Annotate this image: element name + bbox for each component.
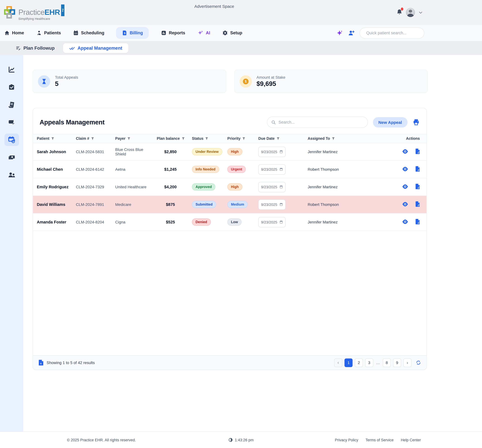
column-header-patient[interactable]: Patient bbox=[33, 134, 72, 143]
sidebar-item-patients[interactable] bbox=[4, 169, 19, 181]
filter-icon bbox=[205, 137, 209, 140]
claim-number: CLM-2024-6142 bbox=[76, 167, 104, 172]
edit-document-icon bbox=[415, 148, 420, 154]
page-button-3[interactable]: 3 bbox=[365, 358, 373, 367]
sidebar-item-receipts[interactable] bbox=[4, 98, 19, 111]
tab-appeal-management[interactable]: Appeal Management bbox=[63, 43, 129, 53]
table-row[interactable]: David Williams CLM-2024-7891 Medicare $8… bbox=[33, 196, 426, 213]
sidebar-item-payments-card[interactable] bbox=[4, 116, 19, 128]
view-appeal-button[interactable] bbox=[402, 219, 408, 225]
table-row[interactable]: Amanda Foster CLM-2024-8204 Cigna $525 D… bbox=[33, 213, 426, 231]
plan-balance: $1,245 bbox=[164, 167, 177, 172]
sidebar-item-appeal-management[interactable] bbox=[4, 134, 19, 146]
appeals-calendar-refresh-icon bbox=[8, 136, 16, 144]
page-button-2[interactable]: 2 bbox=[355, 358, 363, 367]
tab-label: Appeal Management bbox=[78, 45, 122, 51]
user-photo bbox=[406, 8, 415, 17]
due-date-value: 9/23/2025 bbox=[261, 150, 277, 154]
table-search[interactable] bbox=[267, 117, 368, 128]
nav-label: Setup bbox=[230, 30, 242, 35]
claim-number: CLM-2024-5831 bbox=[76, 150, 104, 154]
payer-name: Aetna bbox=[115, 167, 125, 172]
calendar-icon bbox=[280, 220, 283, 224]
page-button-1[interactable]: 1 bbox=[345, 358, 353, 367]
assigned-to: Jennifer Martinez bbox=[308, 150, 338, 154]
payer-name: Blue Cross Blue Shield bbox=[115, 147, 143, 156]
column-header-actions: Actions bbox=[390, 134, 426, 143]
edit-appeal-button[interactable] bbox=[415, 201, 420, 208]
edit-appeal-button[interactable] bbox=[415, 148, 420, 155]
column-header-payer[interactable]: Payer bbox=[111, 134, 153, 143]
column-header-status[interactable]: Status bbox=[188, 134, 224, 143]
payer-name: Medicare bbox=[115, 202, 131, 207]
avatar[interactable] bbox=[406, 8, 415, 17]
practice-ehr-logo[interactable]: Practice EHR Pro Simplifying Healthcare bbox=[4, 4, 64, 20]
view-appeal-button[interactable] bbox=[402, 149, 408, 155]
sidebar-item-tasks[interactable] bbox=[4, 81, 19, 93]
dollar-coin-icon: $ bbox=[242, 78, 249, 85]
receipt-icon bbox=[8, 101, 15, 108]
nav-item-setup[interactable]: Setup bbox=[222, 30, 242, 36]
tab-plan-followup[interactable]: Plan Followup bbox=[11, 43, 59, 53]
previous-page-button[interactable]: ‹ bbox=[334, 358, 342, 367]
column-header-due-date[interactable]: Due Date bbox=[254, 134, 304, 143]
table-footer: x Showing 1 to 5 of 42 results ‹123…89› bbox=[33, 355, 426, 370]
excel-file-icon[interactable]: x bbox=[39, 360, 44, 366]
left-sidebar bbox=[0, 55, 23, 432]
edit-appeal-button[interactable] bbox=[415, 166, 420, 173]
column-header-claim[interactable]: Claim # bbox=[72, 134, 111, 143]
page-button-9[interactable]: 9 bbox=[393, 358, 401, 367]
sparkle-icon[interactable] bbox=[336, 30, 343, 36]
table-row[interactable]: Sarah Johnson CLM-2024-5831 Blue Cross B… bbox=[33, 143, 426, 160]
column-header-priority[interactable]: Priority bbox=[224, 134, 254, 143]
notifications-button[interactable] bbox=[396, 8, 402, 16]
table-header-row: PatientClaim #PayerPlan balanceStatusPri… bbox=[33, 134, 426, 143]
sidebar-item-analytics[interactable] bbox=[4, 63, 19, 76]
quick-patient-search[interactable] bbox=[360, 27, 424, 38]
sidebar-item-cash[interactable] bbox=[4, 151, 19, 163]
next-page-button[interactable]: › bbox=[403, 358, 411, 367]
print-button[interactable] bbox=[413, 119, 420, 126]
refresh-button[interactable] bbox=[416, 360, 421, 365]
page-button-8[interactable]: 8 bbox=[383, 358, 391, 367]
view-appeal-button[interactable] bbox=[402, 184, 408, 190]
nav-item-scheduling[interactable]: Scheduling bbox=[73, 30, 104, 36]
svg-text:x: x bbox=[40, 362, 42, 365]
nav-item-reports[interactable]: Reports bbox=[161, 30, 185, 36]
eye-icon bbox=[402, 219, 408, 224]
table-search-input[interactable] bbox=[279, 120, 364, 124]
view-appeal-button[interactable] bbox=[402, 166, 408, 172]
nav-item-patients[interactable]: Patients bbox=[36, 30, 61, 36]
column-header-plan-balance[interactable]: Plan balance bbox=[153, 134, 188, 143]
table-row[interactable]: Michael Chen CLM-2024-6142 Aetna $1,245 … bbox=[33, 160, 426, 178]
double-check-icon bbox=[69, 45, 75, 51]
patients-users-icon bbox=[8, 171, 16, 178]
nav-item-billing[interactable]: $ Billing bbox=[116, 27, 149, 39]
view-appeal-button[interactable] bbox=[402, 201, 408, 208]
column-header-assigned-to[interactable]: Assigned To bbox=[304, 134, 390, 143]
main-nav: Home Patients Scheduling $ Billing Repor… bbox=[0, 25, 482, 41]
help-center-link[interactable]: Help Center bbox=[401, 438, 421, 442]
edit-appeal-button[interactable] bbox=[415, 184, 420, 190]
nav-item-ai[interactable]: AI bbox=[198, 30, 210, 36]
table-row[interactable]: Emily Rodriguez CLM-2024-7329 United Hea… bbox=[33, 178, 426, 196]
total-appeals-value: 5 bbox=[55, 80, 78, 88]
gear-icon bbox=[222, 30, 228, 36]
plan-balance: $875 bbox=[166, 202, 175, 207]
privacy-policy-link[interactable]: Privacy Policy bbox=[335, 438, 358, 442]
calendar-icon bbox=[280, 150, 283, 154]
edit-appeal-button[interactable] bbox=[415, 219, 420, 225]
add-patient-icon[interactable] bbox=[348, 30, 355, 36]
nav-item-home[interactable]: Home bbox=[4, 30, 24, 36]
due-date-input[interactable]: 9/23/2025 bbox=[258, 182, 286, 192]
terms-of-service-link[interactable]: Terms of Service bbox=[366, 438, 394, 442]
due-date-input[interactable]: 9/23/2025 bbox=[258, 217, 286, 227]
chevron-down-icon[interactable] bbox=[418, 10, 423, 15]
hourglass-icon bbox=[41, 78, 47, 84]
due-date-input[interactable]: 9/23/2025 bbox=[258, 147, 286, 157]
due-date-input[interactable]: 9/23/2025 bbox=[258, 199, 286, 210]
due-date-value: 9/23/2025 bbox=[261, 185, 277, 189]
new-appeal-button[interactable]: New Appeal bbox=[373, 117, 408, 127]
search-input[interactable] bbox=[366, 31, 418, 35]
due-date-input[interactable]: 9/23/2025 bbox=[258, 164, 286, 175]
